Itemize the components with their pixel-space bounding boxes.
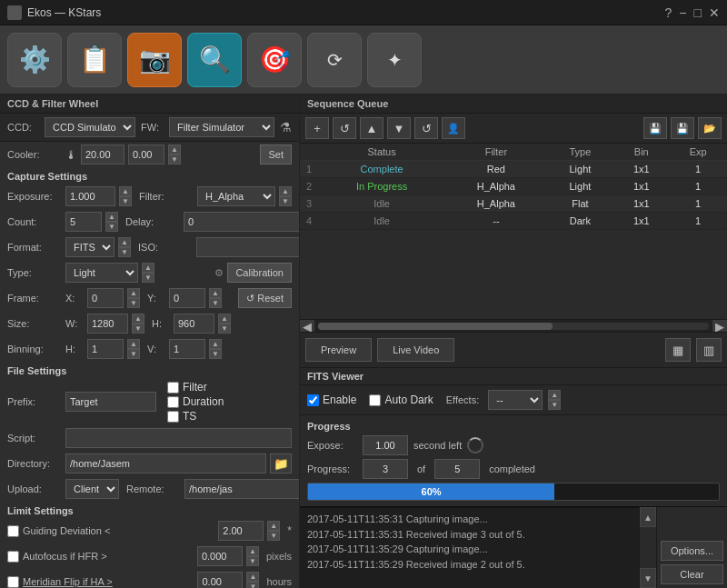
count-input[interactable] [65,212,102,232]
col-type: Type [547,144,614,161]
row-num: 1 [300,161,318,178]
cooler-spin-down[interactable]: ▼ [168,154,181,164]
seq-up-btn[interactable]: ▲ [360,117,383,139]
scrollbar-track[interactable] [318,323,709,330]
filter-down[interactable]: ▼ [279,196,292,206]
directory-input[interactable] [65,453,266,473]
preview-btn[interactable]: Preview [305,338,372,362]
meridian-checkbox[interactable] [7,576,19,588]
folder-btn[interactable]: 📁 [270,453,292,473]
focus-toolbar-btn[interactable]: 🔍 [187,33,242,87]
guiding-checkbox[interactable] [7,525,19,537]
seq-refresh-btn[interactable]: ↺ [333,117,356,139]
height-input[interactable] [174,314,214,334]
minimize-button[interactable]: − [679,5,686,20]
iso-input[interactable] [196,237,300,257]
live-video-btn[interactable]: Live Video [377,338,454,362]
table-row[interactable]: 4 Idle -- Dark 1x1 1 [300,213,727,230]
reset-btn[interactable]: ↺ Reset [238,288,292,308]
cooler-spin-up[interactable]: ▲ [168,145,181,154]
col-num [300,144,318,161]
effects-select[interactable]: -- [488,390,543,410]
options-btn[interactable]: Options... [661,541,723,561]
upload-select[interactable]: Client [65,479,119,499]
upload-label: Upload: [7,483,62,494]
close-button[interactable]: ✕ [709,5,720,20]
format-select[interactable]: FITS [65,237,115,257]
progress-total-input[interactable] [434,459,480,479]
filter-icon-btn[interactable]: ⚗ [280,120,292,135]
exp-up[interactable]: ▲ [119,186,132,196]
mount-toolbar-btn[interactable]: ✦ [367,33,422,87]
filter-checkbox[interactable] [167,382,179,394]
expose-input[interactable] [363,435,408,455]
prefix-input[interactable] [65,392,156,412]
log-scroll-up[interactable]: ▲ [640,507,656,527]
scheduler-toolbar-btn[interactable]: 📋 [67,33,122,87]
progress-current-input[interactable] [363,459,408,479]
seq-scroll-x[interactable]: ◀ ▶ [300,319,727,332]
meridian-label: Meridian Flip if HA > [23,576,194,587]
seq-save-btn[interactable]: 💾 [643,117,667,139]
scroll-left-btn[interactable]: ◀ [300,320,314,333]
clear-btn[interactable]: Clear [661,564,723,584]
ts-checkbox[interactable] [167,411,179,423]
capture-toolbar-btn[interactable]: 📷 [127,33,182,87]
fw-label: FW: [141,122,164,133]
filter-label: Filter: [139,191,194,202]
duration-checkbox[interactable] [167,396,179,408]
seq-person-btn[interactable]: 👤 [442,117,465,139]
log-scroll-down[interactable]: ▼ [640,568,656,588]
calibration-btn[interactable]: Calibration [227,263,292,283]
seq-saveas-btn[interactable]: 💾 [671,117,694,139]
seq-add-btn[interactable]: + [305,117,329,139]
autofocus-input[interactable] [197,546,243,566]
width-input[interactable] [87,314,128,334]
frame-y-input[interactable] [169,288,205,308]
delay-input[interactable] [184,212,300,232]
seq-import-btn[interactable]: 📂 [698,117,722,139]
settings-toolbar-btn[interactable]: ⚙️ [7,33,62,87]
grid-btn1[interactable]: ▦ [665,338,691,362]
grid-btn2[interactable]: ▥ [696,338,722,362]
fw-select[interactable]: Filter Simulator [169,117,274,137]
maximize-button[interactable]: □ [694,5,702,20]
ccd-select[interactable]: CCD Simulator [45,117,135,137]
count-down[interactable]: ▼ [105,222,118,232]
type-spin: ▲ ▼ [142,263,154,283]
table-row[interactable]: 2 In Progress H_Alpha Light 1x1 1 [300,178,727,195]
filter-up[interactable]: ▲ [279,186,292,196]
count-up[interactable]: ▲ [105,212,118,222]
format-row: Format: FITS ▲ ▼ ISO: ▲ ▼ [0,234,299,260]
bin-h-input[interactable] [87,339,124,359]
scroll-right-btn[interactable]: ▶ [712,320,727,333]
bin-v-input[interactable] [169,339,205,359]
type-label: Type: [7,267,62,278]
progress-section: Progress Expose: second left Progress: o… [300,414,727,506]
meridian-input[interactable] [197,572,243,588]
autodark-checkbox[interactable] [369,394,381,406]
filter-select[interactable]: H_Alpha [197,186,275,206]
guide-toolbar-btn[interactable]: 🎯 [247,33,302,87]
exposure-input[interactable] [65,186,115,206]
script-input[interactable] [65,428,292,448]
table-row[interactable]: 1 Complete Red Light 1x1 1 [300,161,727,178]
type-select[interactable]: Light [65,263,138,283]
frame-x-input[interactable] [87,288,124,308]
guiding-input[interactable] [218,521,264,541]
align-toolbar-btn[interactable]: ⟳ [307,33,362,87]
binning-row: Binning: H: ▲ ▼ V: ▲ ▼ [0,336,299,362]
seq-reset-btn[interactable]: ↺ [414,117,438,139]
table-row[interactable]: 3 Idle H_Alpha Flat 1x1 1 [300,195,727,213]
seq-down-btn[interactable]: ▼ [387,117,411,139]
cooler-temp-set-input[interactable]: 0.00 [128,145,164,164]
exp-down[interactable]: ▼ [119,196,132,206]
help-button[interactable]: ? [665,5,672,20]
enable-checkbox[interactable] [307,394,319,406]
remote-input[interactable] [184,479,300,499]
autofocus-checkbox[interactable] [7,551,19,563]
set-btn[interactable]: Set [260,145,292,164]
cooler-temp-input[interactable]: 20.00 [81,145,124,164]
scrollbar-thumb[interactable] [318,323,553,330]
cooler-row: Cooler: 🌡 20.00 0.00 ▲ ▼ Set [0,142,299,167]
